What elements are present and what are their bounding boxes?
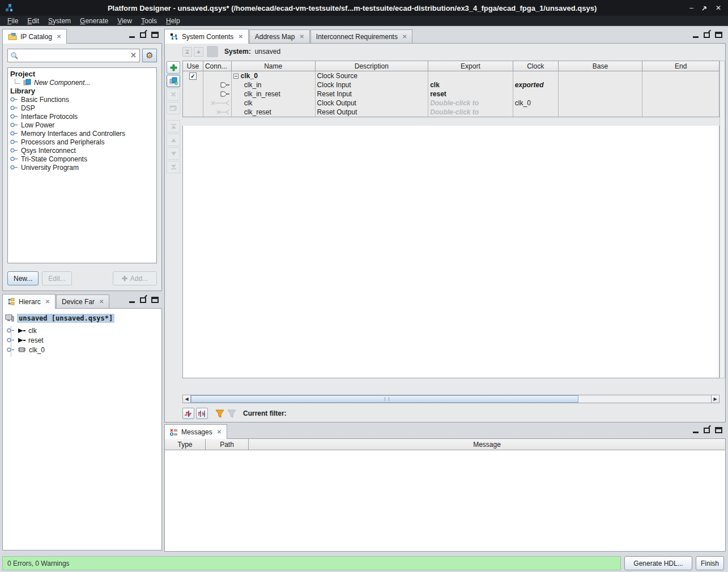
- clock-value[interactable]: exported: [515, 81, 544, 89]
- horizontal-scrollbar[interactable]: ◀ ▶: [182, 395, 720, 403]
- col-export[interactable]: Export: [428, 61, 513, 71]
- add-component-button[interactable]: [167, 61, 180, 74]
- tree-item-qsys-interconnect[interactable]: Qsys Interconnect: [9, 146, 155, 155]
- panel-maximize-icon[interactable]: [715, 427, 722, 433]
- system-refresh-icon[interactable]: [207, 46, 218, 57]
- finish-button[interactable]: Finish: [696, 556, 724, 570]
- add-ip-button[interactable]: [167, 75, 180, 87]
- panel-float-icon[interactable]: [704, 32, 710, 38]
- close-icon[interactable]: ✕: [216, 429, 222, 435]
- filter-icon[interactable]: [215, 409, 225, 419]
- tree-expand-icon[interactable]: [10, 97, 18, 102]
- col-type[interactable]: Type: [165, 439, 206, 450]
- vertical-scrollbar[interactable]: [720, 61, 725, 378]
- search-settings-button[interactable]: ⚙: [142, 49, 157, 62]
- menu-help[interactable]: Help: [162, 16, 184, 25]
- panel-maximize-icon[interactable]: [151, 32, 159, 38]
- show-signals-button[interactable]: [182, 408, 194, 419]
- clock-value[interactable]: clk_0: [515, 99, 531, 107]
- search-input[interactable]: [22, 52, 128, 59]
- collapse-icon[interactable]: [233, 74, 239, 79]
- tab-ip-catalog[interactable]: IP Catalog ✕: [2, 29, 67, 44]
- move-up-level-button[interactable]: [182, 47, 192, 57]
- edit-parameters-button[interactable]: [167, 102, 180, 114]
- panel-maximize-icon[interactable]: [715, 32, 722, 38]
- tree-item-memory-interfaces[interactable]: Memory Interfaces and Controllers: [9, 129, 155, 138]
- table-row-clk-in-reset[interactable]: clk_in_reset Reset Input reset: [183, 89, 719, 99]
- panel-maximize-icon[interactable]: [151, 297, 159, 303]
- tree-item-tri-state[interactable]: Tri-State Components: [9, 155, 155, 163]
- menu-generate[interactable]: Generate: [76, 16, 112, 25]
- table-row-clk-reset[interactable]: clk_reset Reset Output Double-click to: [183, 108, 719, 117]
- move-to-bottom-button[interactable]: [167, 161, 180, 173]
- table-row-clk[interactable]: clk Clock Output Double-click to clk_0: [183, 99, 719, 108]
- move-up-button[interactable]: [194, 47, 203, 57]
- tree-expand-icon[interactable]: [10, 122, 18, 127]
- tree-expand-icon[interactable]: [10, 165, 18, 170]
- menu-tools[interactable]: Tools: [137, 16, 161, 25]
- tab-interconnect-requirements[interactable]: Interconnect Requirements ✕: [310, 29, 412, 43]
- tree-item-interface-protocols[interactable]: Interface Protocols: [9, 112, 155, 121]
- col-base[interactable]: Base: [559, 61, 643, 71]
- col-path[interactable]: Path: [206, 439, 249, 450]
- window-minimize-button[interactable]: –: [689, 5, 693, 11]
- tab-address-map[interactable]: Address Map ✕: [249, 29, 310, 43]
- generate-hdl-button[interactable]: Generate HDL...: [624, 556, 692, 570]
- col-use[interactable]: Use: [183, 61, 203, 71]
- show-interfaces-button[interactable]: [196, 408, 208, 419]
- export-placeholder[interactable]: Double-click to: [430, 99, 479, 107]
- export-placeholder[interactable]: Double-click to: [430, 108, 479, 116]
- col-message[interactable]: Message: [249, 439, 725, 450]
- col-description[interactable]: Description: [316, 61, 429, 71]
- panel-float-icon[interactable]: [140, 297, 146, 303]
- edit-button[interactable]: Edit...: [42, 271, 72, 285]
- window-close-button[interactable]: ✕: [716, 5, 721, 11]
- menu-view[interactable]: View: [113, 16, 136, 25]
- tab-hierarchy[interactable]: Hierarc ✕: [2, 294, 56, 309]
- panel-float-icon[interactable]: [140, 32, 146, 38]
- scroll-right-icon[interactable]: ▶: [711, 395, 719, 403]
- clear-search-icon[interactable]: ✕: [130, 51, 137, 59]
- tree-expand-icon[interactable]: [10, 131, 18, 136]
- tree-item-university-program[interactable]: University Program: [9, 163, 155, 172]
- tree-expand-icon[interactable]: [10, 114, 18, 119]
- close-icon[interactable]: ✕: [401, 33, 407, 40]
- scrollbar-thumb[interactable]: [191, 395, 578, 403]
- export-value[interactable]: reset: [430, 90, 446, 98]
- tab-system-contents[interactable]: System Contents ✕: [164, 29, 249, 44]
- add-button[interactable]: ✚ Add...: [113, 271, 157, 285]
- tree-item-low-power[interactable]: Low Power: [9, 121, 155, 129]
- tree-expand-icon[interactable]: [10, 139, 18, 144]
- hierarchy-item-clk-0[interactable]: clk_0: [7, 345, 161, 355]
- close-icon[interactable]: ✕: [56, 33, 61, 40]
- tab-messages[interactable]: Messages ✕: [164, 424, 227, 439]
- new-button[interactable]: New...: [7, 271, 39, 285]
- panel-float-icon[interactable]: [704, 428, 710, 433]
- table-row-clk-0[interactable]: ✓ clk_0 Clock Source: [183, 71, 719, 80]
- col-clock[interactable]: Clock: [513, 61, 559, 71]
- panel-minimize-icon[interactable]: [129, 301, 135, 303]
- col-end[interactable]: End: [642, 61, 719, 71]
- tree-expand-icon[interactable]: [10, 156, 18, 161]
- menu-file[interactable]: File: [3, 16, 22, 25]
- tree-item-dsp[interactable]: DSP: [9, 104, 155, 112]
- move-up-row-button[interactable]: [167, 134, 180, 146]
- scroll-left-icon[interactable]: ◀: [183, 395, 191, 403]
- col-conn[interactable]: Conn...: [203, 61, 232, 71]
- close-icon[interactable]: ✕: [44, 298, 50, 305]
- hierarchy-root-item[interactable]: unsaved [unsaved.qsys*]: [5, 313, 161, 323]
- close-icon[interactable]: ✕: [237, 33, 242, 40]
- tree-expand-icon[interactable]: [10, 105, 18, 110]
- hierarchy-item-reset[interactable]: reset: [7, 335, 161, 345]
- close-icon[interactable]: ✕: [298, 33, 304, 40]
- move-down-row-button[interactable]: [167, 147, 180, 160]
- window-restore-button[interactable]: [701, 5, 708, 11]
- remove-button[interactable]: ✕: [167, 88, 180, 101]
- hierarchy-item-clk[interactable]: clk: [7, 326, 161, 335]
- export-value[interactable]: clk: [430, 81, 440, 89]
- table-row-clk-in[interactable]: clk_in Clock Input clk exported: [183, 80, 719, 89]
- panel-minimize-icon[interactable]: [693, 432, 699, 433]
- use-checkbox[interactable]: ✓: [189, 72, 197, 80]
- close-icon[interactable]: ✕: [98, 298, 104, 305]
- menu-edit[interactable]: Edit: [23, 16, 43, 25]
